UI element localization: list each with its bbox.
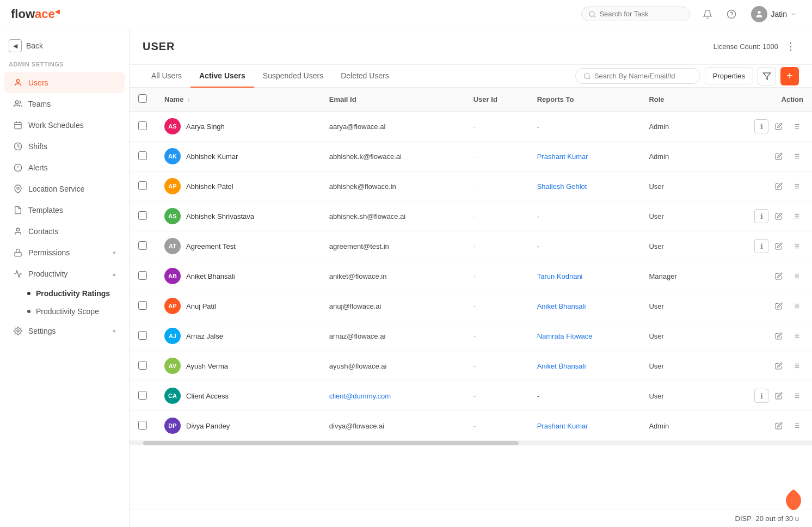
edit-button[interactable] [772, 179, 786, 193]
sidebar-item-productivity[interactable]: Productivity ▴ [4, 264, 125, 284]
tab-suspended-users[interactable]: Suspended Users [254, 65, 332, 88]
row-checkbox[interactable] [138, 211, 147, 220]
add-user-button[interactable]: + [780, 67, 799, 85]
userid-cell: - [465, 171, 528, 201]
sidebar-item-templates[interactable]: Templates [4, 200, 125, 220]
filter-button[interactable] [758, 67, 776, 85]
action-icons: ℹ [718, 209, 803, 223]
sidebar-item-users[interactable]: Users [4, 72, 125, 93]
edit-button[interactable] [772, 419, 786, 433]
row-checkbox[interactable] [138, 361, 147, 370]
user-cell: AK Abhishek Kumar [164, 148, 312, 164]
menu-button[interactable] [789, 359, 803, 373]
edit-button[interactable] [772, 389, 786, 403]
info-button[interactable]: ℹ [754, 239, 768, 253]
search-icon [583, 72, 591, 80]
sidebar-alerts-label: Alerts [28, 163, 116, 172]
select-all-checkbox[interactable] [138, 94, 147, 103]
edit-button[interactable] [772, 269, 786, 283]
sidebar-item-shifts[interactable]: Shifts [4, 136, 125, 157]
user-icon [13, 78, 23, 88]
userid-cell: - [465, 142, 528, 171]
sidebar-item-location[interactable]: Location Service [4, 179, 125, 199]
top-search-input[interactable] [599, 10, 675, 18]
properties-button[interactable]: Properties [705, 68, 753, 84]
tab-all-users[interactable]: All Users [143, 65, 190, 88]
menu-button[interactable] [789, 179, 803, 193]
menu-button[interactable] [789, 239, 803, 253]
email-cell: abhishek@flowace.in [321, 171, 465, 201]
edit-button[interactable] [772, 329, 786, 343]
productivity-scope-label: Productivity Scope [36, 307, 99, 316]
email-cell: ayush@flowace.ai [321, 351, 465, 381]
top-search-bar[interactable] [581, 7, 690, 21]
edit-button[interactable] [772, 119, 786, 133]
row-checkbox[interactable] [138, 271, 147, 280]
table-search-box[interactable] [575, 68, 700, 84]
avatar: CA [164, 388, 181, 404]
table-row: AB Aniket Bhansali aniket@flowace.in - T… [130, 261, 812, 291]
email-cell: aniket@flowace.in [321, 261, 465, 291]
templates-icon [13, 205, 23, 215]
edit-button[interactable] [772, 299, 786, 313]
svg-line-20 [588, 77, 590, 79]
row-checkbox[interactable] [138, 151, 147, 160]
sidebar-item-productivity-scope[interactable]: Productivity Scope [4, 303, 125, 320]
logo-text: flow [11, 7, 35, 21]
menu-button[interactable] [789, 389, 803, 403]
edit-button[interactable] [772, 149, 786, 163]
info-button[interactable]: ℹ [754, 119, 768, 133]
edit-button[interactable] [772, 359, 786, 373]
sidebar-item-teams[interactable]: Teams [4, 94, 125, 114]
sidebar-settings-label: Settings [28, 327, 107, 335]
reports-to-cell: Aniket Bhansali [528, 351, 641, 381]
sidebar-schedules-label: Work Schedules [28, 121, 116, 130]
help-button[interactable] [723, 5, 740, 23]
sidebar-item-alerts[interactable]: Alerts [4, 157, 125, 178]
row-checkbox[interactable] [138, 421, 147, 430]
email-cell: divya@flowace.ai [321, 411, 465, 441]
menu-button[interactable] [789, 329, 803, 343]
edit-button[interactable] [772, 239, 786, 253]
role-cell: User [640, 231, 710, 261]
sidebar-item-work-schedules[interactable]: Work Schedules [4, 115, 125, 136]
sidebar-item-contacts[interactable]: Contacts [4, 221, 125, 242]
menu-button[interactable] [789, 119, 803, 133]
sidebar-item-settings[interactable]: Settings ▾ [4, 321, 125, 341]
user-menu[interactable]: Jatin [747, 4, 801, 24]
user-name: Abhishek Shrivastava [186, 212, 254, 220]
table-row: AJ Arnaz Jalse arnaz@flowace.ai - Namrat… [130, 321, 812, 351]
info-button[interactable]: ℹ [754, 209, 768, 223]
more-options-button[interactable]: ⋮ [783, 38, 799, 54]
back-button[interactable]: ◀ Back [0, 35, 129, 61]
row-checkbox[interactable] [138, 301, 147, 310]
menu-button[interactable] [789, 209, 803, 223]
table-row: AK Abhishek Kumar abhishek.k@flowace.ai … [130, 142, 812, 171]
sidebar-item-productivity-ratings[interactable]: Productivity Ratings [4, 285, 125, 302]
svg-point-15 [17, 187, 19, 189]
row-checkbox[interactable] [138, 181, 147, 190]
menu-button[interactable] [789, 269, 803, 283]
pagination-info: 20 out of 30 u [755, 514, 799, 523]
email-cell: abhishek.k@flowace.ai [321, 142, 465, 171]
role-cell: User [640, 321, 710, 351]
userid-cell: - [465, 321, 528, 351]
menu-button[interactable] [789, 299, 803, 313]
row-checkbox[interactable] [138, 121, 147, 130]
col-action: Action [710, 88, 812, 112]
tab-deleted-users[interactable]: Deleted Users [332, 65, 398, 88]
sidebar-item-permissions[interactable]: Permissions ▾ [4, 242, 125, 263]
row-checkbox[interactable] [138, 331, 147, 340]
productivity-ratings-label: Productivity Ratings [36, 289, 110, 298]
info-button[interactable]: ℹ [754, 389, 768, 403]
tab-active-users[interactable]: Active Users [190, 65, 254, 88]
table-row: AS Abhishek Shrivastava abhishek.sh@flow… [130, 201, 812, 231]
edit-button[interactable] [772, 209, 786, 223]
menu-button[interactable] [789, 149, 803, 163]
row-checkbox[interactable] [138, 241, 147, 250]
table-search-input[interactable] [594, 72, 692, 80]
menu-button[interactable] [789, 419, 803, 433]
user-name: Agreement Test [186, 242, 236, 250]
row-checkbox[interactable] [138, 391, 147, 400]
notifications-button[interactable] [699, 5, 716, 23]
